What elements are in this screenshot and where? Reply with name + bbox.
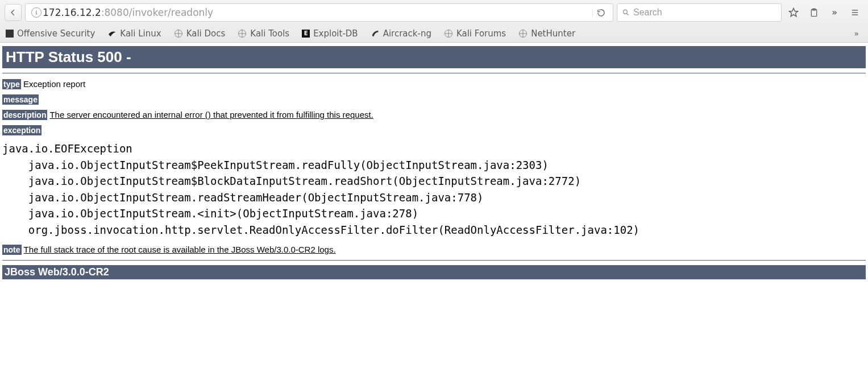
exception-line: exception [2,125,866,135]
bookmark-nethunter[interactable]: NetHunter [518,28,575,39]
chevron-double-right-icon: » [854,29,859,38]
bookmark-label: Exploit-DB [313,28,358,39]
arrow-left-icon [9,9,17,16]
search-icon [622,9,630,16]
bookmark-aircrack-ng[interactable]: Aircrack-ng [371,28,431,39]
url-host: 172.16.12.2 [43,7,101,18]
svg-marker-2 [790,9,798,16]
exploitdb-icon: E [302,30,310,38]
url-path: :8080/invoker/readonly [101,7,213,18]
url-text: 172.16.12.2:8080/invoker/readonly [43,7,592,18]
bookmark-label: Kali Linux [120,28,161,39]
clipboard-icon [809,7,819,18]
bookmark-offensive-security[interactable]: Offensive Security [6,28,95,39]
message-line: message [2,94,866,104]
exception-label: exception [2,125,41,135]
type-line: type Exception report [2,79,866,89]
note-line: note The full stack trace of the root ca… [2,245,866,254]
url-bar[interactable]: i 172.16.12.2:8080/invoker/readonly [25,3,613,22]
note-label: note [2,245,22,255]
exception-stacktrace: java.io.EOFException java.io.ObjectInput… [2,141,866,238]
bookmark-label: Kali Docs [186,28,226,39]
menu-button[interactable] [846,4,863,21]
search-input[interactable] [633,7,776,18]
offsec-icon [6,30,14,38]
address-bar-row: i 172.16.12.2:8080/invoker/readonly » [0,0,868,25]
bookmark-label: Kali Tools [250,28,289,39]
bookmark-exploit-db[interactable]: E Exploit-DB [302,28,358,39]
hamburger-icon [850,9,859,16]
type-text: Exception report [21,79,85,89]
bookmark-label: NetHunter [531,28,575,39]
info-icon[interactable]: i [31,7,41,18]
message-label: message [2,94,39,105]
globe-icon [518,29,528,38]
bookmarks-overflow[interactable]: » [854,29,862,38]
kali-icon [107,29,117,38]
globe-icon [238,29,247,38]
aircrack-icon [371,29,380,38]
svg-line-1 [626,13,628,15]
clipboard-button[interactable] [805,4,823,21]
bookmark-star-button[interactable] [785,4,802,21]
divider [2,260,866,261]
description-label: description [2,110,47,120]
globe-icon [174,29,183,38]
divider [2,73,866,73]
browser-chrome: i 172.16.12.2:8080/invoker/readonly » [0,0,868,43]
error-page: HTTP Status 500 - type Exception report … [0,46,868,279]
bookmark-label: Offensive Security [17,28,95,39]
bookmark-label: Kali Forums [456,28,506,39]
description-text: The server encountered an internal error… [49,110,373,119]
svg-point-0 [623,10,627,14]
bookmark-kali-docs[interactable]: Kali Docs [174,28,226,39]
star-icon [788,7,799,18]
overflow-button[interactable]: » [826,4,843,21]
reload-icon [597,9,605,17]
bookmark-kali-linux[interactable]: Kali Linux [107,28,161,39]
bookmark-kali-forums[interactable]: Kali Forums [444,28,506,39]
bookmark-label: Aircrack-ng [383,28,431,39]
search-bar[interactable] [617,3,782,22]
globe-icon [444,29,453,38]
reload-button[interactable] [592,9,609,17]
bookmark-kali-tools[interactable]: Kali Tools [238,28,289,39]
back-button[interactable] [5,4,22,21]
status-header: HTTP Status 500 - [2,46,866,68]
description-line: description The server encountered an in… [2,110,866,119]
chevron-double-right-icon: » [832,7,837,18]
server-footer: JBoss Web/3.0.0-CR2 [2,265,866,279]
type-label: type [2,79,21,89]
bookmarks-toolbar: Offensive Security Kali Linux Kali Docs … [0,25,868,42]
note-text: The full stack trace of the root cause i… [23,245,335,254]
